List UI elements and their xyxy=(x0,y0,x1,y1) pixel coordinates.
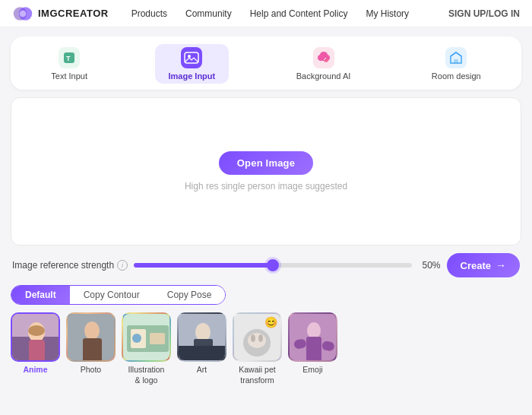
tab-image-input-label: Image Input xyxy=(169,71,216,81)
logo-icon xyxy=(12,3,33,24)
tab-image-input[interactable]: Image Input xyxy=(155,44,230,84)
style-card-art-label: Art xyxy=(197,365,207,375)
svg-point-2 xyxy=(20,10,27,17)
style-card-anime-img xyxy=(11,312,60,362)
style-card-illustration[interactable]: Illustration & logo xyxy=(122,312,171,385)
svg-point-24 xyxy=(195,323,211,341)
nav-community[interactable]: Community xyxy=(176,8,241,19)
style-card-illustration-img xyxy=(122,312,171,362)
svg-point-8 xyxy=(324,58,328,62)
nav-products[interactable]: Products xyxy=(122,8,176,19)
nav-history[interactable]: My History xyxy=(356,8,418,19)
info-icon[interactable]: i xyxy=(117,260,128,271)
tab-room-design[interactable]: Room design xyxy=(418,44,495,84)
signup-login-button[interactable]: SIGN UP/LOG IN xyxy=(448,8,520,19)
style-card-kawaii-label: Kawaii pet transform xyxy=(239,365,275,385)
strength-label: Image reference strength i xyxy=(12,260,128,271)
style-card-photo[interactable]: Photo xyxy=(66,312,116,385)
svg-text:😊: 😊 xyxy=(264,316,278,329)
tab-text-input-label: Text Input xyxy=(51,71,87,81)
brand-name: IMGCREATOR xyxy=(38,8,109,19)
style-card-photo-label: Photo xyxy=(81,365,101,375)
navbar-links: Products Community Help and Content Poli… xyxy=(122,8,448,19)
tab-background-ai-label: Background AI xyxy=(296,71,351,81)
svg-point-31 xyxy=(258,334,263,342)
navbar: IMGCREATOR Products Community Help and C… xyxy=(0,0,532,27)
main-container: T Text Input Image Input Background AI xyxy=(0,27,532,394)
background-ai-icon xyxy=(313,47,334,68)
style-card-art[interactable]: Art xyxy=(177,312,226,385)
mode-tab-default[interactable]: Default xyxy=(11,286,70,304)
upload-hint: High res single person image suggested xyxy=(185,181,347,192)
mode-tab-copy-contour[interactable]: Copy Contour xyxy=(70,286,154,304)
style-card-emoji-img xyxy=(288,312,337,362)
style-card-anime-label: Anime xyxy=(23,365,47,375)
strength-row: Image reference strength i 50% Create → xyxy=(11,253,521,277)
room-design-icon xyxy=(445,47,467,68)
svg-point-16 xyxy=(84,322,100,340)
create-label: Create xyxy=(461,260,491,271)
style-card-photo-img xyxy=(66,312,116,362)
svg-rect-26 xyxy=(179,346,225,360)
slider-thumb[interactable] xyxy=(267,259,279,271)
svg-rect-17 xyxy=(83,338,102,360)
style-card-anime[interactable]: Anime xyxy=(11,312,60,385)
tabs-container: T Text Input Image Input Background AI xyxy=(11,36,521,90)
style-card-art-img xyxy=(177,312,226,362)
tab-text-input[interactable]: T Text Input xyxy=(37,44,101,84)
svg-rect-9 xyxy=(454,59,458,63)
create-arrow-icon: → xyxy=(496,259,506,271)
upload-area[interactable]: Open Image High res single person image … xyxy=(11,97,521,246)
tab-room-design-label: Room design xyxy=(432,71,481,81)
svg-rect-5 xyxy=(185,52,198,63)
style-card-illustration-label: Illustration & logo xyxy=(128,365,165,385)
svg-point-30 xyxy=(251,334,255,342)
style-card-kawaii-img: 😊 xyxy=(233,312,282,362)
style-cards-row: Anime Photo xyxy=(11,312,521,388)
text-input-icon: T xyxy=(59,47,80,68)
svg-rect-35 xyxy=(306,337,321,360)
svg-rect-21 xyxy=(150,333,165,344)
mode-tab-copy-pose[interactable]: Copy Pose xyxy=(154,286,226,304)
style-card-kawaii[interactable]: 😊 Kawaii pet transform xyxy=(233,312,282,385)
svg-rect-13 xyxy=(29,340,45,360)
tab-background-ai[interactable]: Background AI xyxy=(283,44,365,84)
create-button[interactable]: Create → xyxy=(447,253,520,277)
svg-point-34 xyxy=(307,322,321,339)
nav-help[interactable]: Help and Content Policy xyxy=(241,8,357,19)
strength-value: 50% xyxy=(418,260,441,271)
navbar-logo[interactable]: IMGCREATOR xyxy=(12,3,109,24)
image-input-icon xyxy=(181,47,202,68)
svg-point-22 xyxy=(132,334,141,343)
open-image-button[interactable]: Open Image xyxy=(219,151,313,175)
svg-point-29 xyxy=(248,333,266,348)
mode-tabs: Default Copy Contour Copy Pose xyxy=(11,285,226,305)
style-card-emoji[interactable]: Emoji xyxy=(288,312,337,385)
svg-text:T: T xyxy=(66,55,71,62)
style-card-emoji-label: Emoji xyxy=(302,365,322,375)
svg-point-14 xyxy=(28,325,45,336)
strength-slider[interactable] xyxy=(134,263,411,268)
